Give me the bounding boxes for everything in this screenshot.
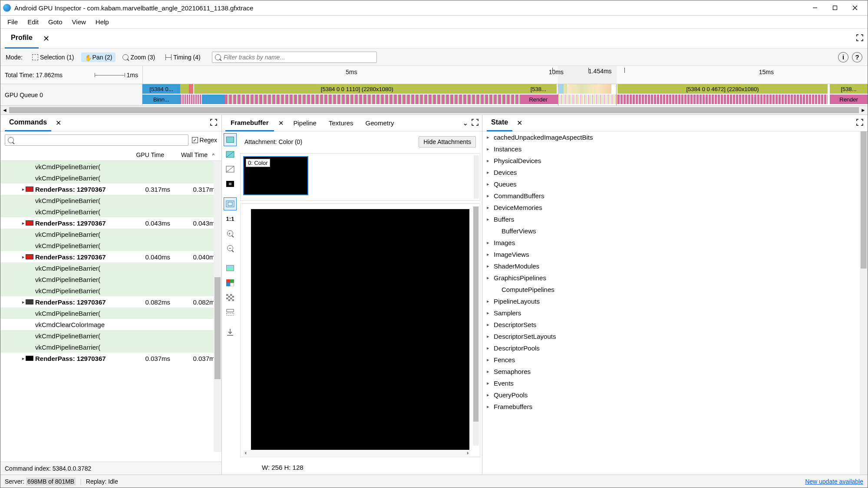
fullscreen-icon[interactable] <box>472 119 479 127</box>
filter-input[interactable] <box>212 52 377 63</box>
hide-attachments-button[interactable]: Hide Attachments <box>419 136 476 147</box>
command-row[interactable]: vkCmdPipelineBarrier( <box>0 274 221 285</box>
mode-zoom[interactable]: Zoom (3) <box>119 52 158 62</box>
command-row[interactable]: vkCmdPipelineBarrier( <box>0 172 221 183</box>
state-item[interactable]: ▸Queues <box>482 178 860 190</box>
command-row[interactable]: vkCmdPipelineBarrier( <box>0 330 221 341</box>
command-row[interactable]: vkCmdPipelineBarrier( <box>0 161 221 172</box>
tool-fit[interactable] <box>224 197 237 210</box>
update-link[interactable]: New update available <box>805 478 863 485</box>
menu-view[interactable]: View <box>68 16 90 27</box>
gpu-track[interactable]: [5384 0... [5384 0 0 1110] (2280x1080) [… <box>142 84 868 105</box>
command-row[interactable]: vkCmdPipelineBarrier( <box>0 229 221 240</box>
menu-file[interactable]: File <box>3 16 22 27</box>
minimize-button[interactable] <box>805 2 825 14</box>
tool-zoom-out[interactable]: − <box>224 242 237 255</box>
state-item[interactable]: ▸Fences <box>482 354 860 366</box>
tool-save[interactable] <box>224 326 237 339</box>
state-item[interactable]: ▸Instances <box>482 143 860 155</box>
timeline-hscroll[interactable]: ◄ ► <box>0 106 868 115</box>
commands-search[interactable] <box>5 134 188 146</box>
col-wall-time[interactable]: Wall Time <box>164 151 212 158</box>
state-item[interactable]: ▸GraphicsPipelines <box>482 272 860 284</box>
expand-icon[interactable]: ▸ <box>22 356 25 361</box>
commands-vscroll[interactable] <box>214 161 221 452</box>
fullscreen-icon[interactable] <box>210 119 217 127</box>
state-item[interactable]: ▸Samplers <box>482 307 860 319</box>
menu-goto[interactable]: Goto <box>44 16 67 27</box>
scroll-left-icon[interactable]: ◄ <box>0 107 9 113</box>
state-item[interactable]: ▸Devices <box>482 167 860 178</box>
fullscreen-icon[interactable] <box>856 34 863 43</box>
tool-zoom-in[interactable]: + <box>224 227 237 240</box>
command-row[interactable]: vkCmdClearColorImage <box>0 319 221 330</box>
command-row[interactable]: vkCmdPipelineBarrier( <box>0 308 221 319</box>
command-row[interactable]: ▸RenderPass: 129703670.037ms0.037ms <box>0 353 221 364</box>
maximize-button[interactable] <box>825 2 845 14</box>
state-item[interactable]: ▸Framebuffers <box>482 401 860 413</box>
tab-framebuffer[interactable]: Framebuffer <box>225 115 274 131</box>
expand-icon[interactable]: ▸ <box>22 299 25 305</box>
menu-help[interactable]: Help <box>91 16 113 27</box>
tab-textures[interactable]: Textures <box>323 115 359 131</box>
fb-vscroll[interactable] <box>473 206 479 445</box>
state-item[interactable]: ▸Buffers <box>482 213 860 225</box>
state-item[interactable]: ▸Images <box>482 237 860 249</box>
state-item[interactable]: BufferViews <box>482 225 860 237</box>
close-icon[interactable]: ✕ <box>276 118 287 129</box>
state-item[interactable]: ▸Semaphores <box>482 366 860 377</box>
tool-wire[interactable] <box>224 163 237 176</box>
tool-histogram[interactable] <box>224 262 237 275</box>
col-gpu-time[interactable]: GPU Time <box>116 151 164 158</box>
fb-thumbnail[interactable]: 0: Color <box>243 156 308 195</box>
command-row[interactable]: ▸RenderPass: 129703670.317ms0.317ms <box>0 183 221 195</box>
state-item[interactable]: ▸DeviceMemories <box>482 202 860 213</box>
thumb-vscroll[interactable] <box>474 155 479 199</box>
help-icon[interactable]: ? <box>852 52 862 62</box>
expand-icon[interactable]: ▸ <box>22 187 25 192</box>
state-item[interactable]: ▸cachedUnpackedImageAspectBits <box>482 131 860 143</box>
expand-icon[interactable]: ▸ <box>22 220 25 226</box>
profile-tab[interactable]: Profile ✕ <box>5 29 53 49</box>
tool-color[interactable] <box>224 133 237 146</box>
state-item[interactable]: ▸DescriptorSets <box>482 319 860 331</box>
tool-checker[interactable] <box>224 291 237 304</box>
scroll-right-icon[interactable]: ► <box>859 107 868 113</box>
timeline-axis[interactable]: 5ms 10ms 15ms 1.454ms <box>142 66 868 84</box>
close-icon[interactable]: ✕ <box>513 117 526 129</box>
tab-pipeline[interactable]: Pipeline <box>288 115 322 131</box>
mode-timing[interactable]: Timing (4) <box>162 52 204 62</box>
state-item[interactable]: ComputePipelines <box>482 284 860 295</box>
tool-channels[interactable] <box>224 276 237 289</box>
state-item[interactable]: ▸PhysicalDevices <box>482 155 860 167</box>
chevron-down-icon[interactable]: ⌄ <box>461 117 470 129</box>
command-row[interactable]: vkCmdPipelineBarrier( <box>0 195 221 206</box>
state-tab[interactable]: State <box>487 115 512 131</box>
mode-pan[interactable]: ✋Pan (2) <box>81 52 116 62</box>
command-row[interactable]: vkCmdPipelineBarrier( <box>0 206 221 217</box>
state-item[interactable]: ▸Events <box>482 377 860 389</box>
command-row[interactable]: vkCmdPipelineBarrier( <box>0 341 221 353</box>
menu-edit[interactable]: Edit <box>23 16 43 27</box>
state-item[interactable]: ▸DescriptorPools <box>482 342 860 354</box>
close-button[interactable] <box>845 2 865 14</box>
command-row[interactable]: vkCmdPipelineBarrier( <box>0 240 221 251</box>
expand-icon[interactable]: ▸ <box>22 254 25 260</box>
info-icon[interactable]: i <box>838 52 848 62</box>
state-item[interactable]: ▸DescriptorSetLayouts <box>482 331 860 342</box>
command-row[interactable]: vkCmdPipelineBarrier( <box>0 285 221 296</box>
close-icon[interactable]: ✕ <box>52 117 65 129</box>
regex-checkbox[interactable]: ✓Regex <box>192 137 217 144</box>
mode-selection[interactable]: Selection (1) <box>29 52 78 62</box>
state-item[interactable]: ▸QueryPools <box>482 389 860 401</box>
tool-actual-size[interactable]: 1:1 <box>224 212 237 225</box>
command-row[interactable]: ▸RenderPass: 129703670.082ms0.082ms <box>0 296 221 308</box>
state-item[interactable]: ▸CommandBuffers <box>482 190 860 202</box>
state-vscroll[interactable] <box>860 131 868 475</box>
filter-field[interactable] <box>224 54 374 61</box>
state-item[interactable]: ▸ImageViews <box>482 249 860 260</box>
fullscreen-icon[interactable] <box>856 119 863 127</box>
command-row[interactable]: vkCmdPipelineBarrier( <box>0 262 221 274</box>
commands-search-field[interactable] <box>17 137 185 144</box>
state-item[interactable]: ▸PipelineLayouts <box>482 295 860 307</box>
